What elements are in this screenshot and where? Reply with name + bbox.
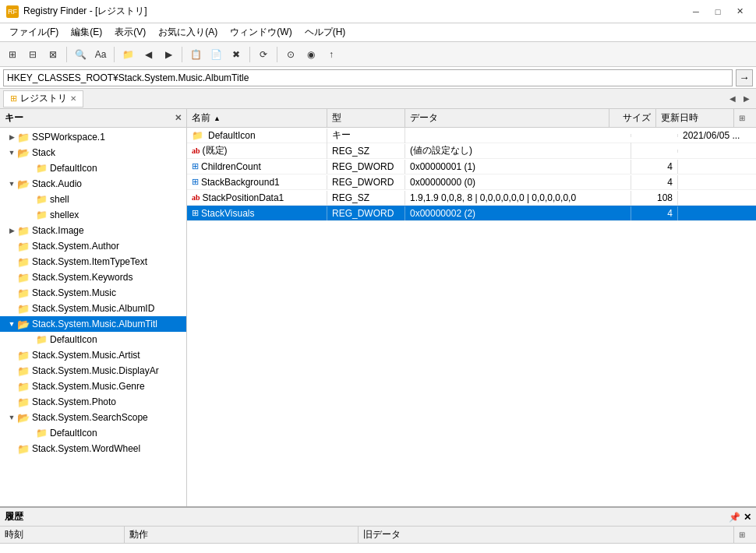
hist-col-action[interactable]: 動作	[125, 527, 359, 543]
tree-toggle-searchscope[interactable]: ▼	[6, 412, 17, 423]
menu-help[interactable]: ヘルプ(H)	[299, 24, 352, 41]
col-header-type[interactable]: 型	[327, 109, 405, 127]
tb-grid1-button[interactable]: ⊞	[3, 45, 22, 64]
col-header-name[interactable]: 名前 ▲	[187, 109, 327, 127]
tree-item-shell[interactable]: 📁 shell	[0, 192, 186, 207]
close-button[interactable]: ✕	[730, 5, 750, 19]
tree-item-label: Stack	[32, 147, 55, 158]
tb-refresh-button[interactable]: ⟳	[254, 45, 273, 64]
col-header-size[interactable]: サイズ	[609, 109, 656, 127]
tree-item-stack-itemtypetext[interactable]: 📁 Stack.System.ItemTypeText	[0, 254, 186, 269]
tab-nav-right[interactable]: ▶	[740, 93, 753, 105]
address-go-button[interactable]: →	[736, 69, 753, 86]
tree-item-stack-system-author[interactable]: 📁 Stack.System.Author	[0, 238, 186, 254]
tree-item-label: Stack.Audio	[32, 178, 82, 189]
maximize-button[interactable]: □	[708, 5, 728, 19]
value-row-stackbg1[interactable]: ⊞ StackBackground1 REG_DWORD 0x00000000 …	[187, 174, 756, 190]
cell-name-default: ab (既定)	[187, 143, 327, 159]
ab-icon-stackpos1: ab	[192, 193, 200, 202]
tree-item-stack-searchscope[interactable]: ▼ 📂 Stack.System.SearchScope	[0, 410, 186, 425]
minimize-button[interactable]: ─	[686, 5, 706, 19]
tree-item-searchscope-defaulticon[interactable]: 📁 DefaultIcon	[0, 425, 186, 441]
value-row-stackpos1[interactable]: ab StackPositionData1 REG_SZ 1.9,1.9 0,0…	[187, 190, 756, 206]
tree-item-stack-wordwheel[interactable]: 📁 Stack.System.WordWheel	[0, 441, 186, 456]
value-data-stackbg1: 0x00000000 (0)	[410, 177, 475, 188]
value-name-default: (既定)	[203, 144, 228, 157]
value-row-childrencount[interactable]: ⊞ ChildrenCount REG_DWORD 0x00000001 (1)…	[187, 159, 756, 174]
tree-toggle-stack-image[interactable]: ▶	[6, 225, 17, 236]
tree-toggle-empty	[25, 163, 36, 174]
tb-folder-button[interactable]: 📁	[118, 45, 137, 64]
history-pin-button[interactable]: 📌	[729, 512, 740, 523]
hist-col-extra[interactable]: ⊞	[734, 527, 756, 543]
tree-item-stack-music-albumid[interactable]: 📁 Stack.System.Music.AlbumID	[0, 301, 186, 316]
tree-item-stack-music-artist[interactable]: 📁 Stack.System.Music.Artist	[0, 347, 186, 363]
tree-item-stack-image[interactable]: ▶ 📁 Stack.Image	[0, 223, 186, 238]
tree-item-sspworkspace[interactable]: ▶ 📁 SSPWorkspace.1	[0, 129, 186, 145]
tree-item-label: Stack.System.Photo	[32, 396, 116, 407]
menu-favorites[interactable]: お気に入り(A)	[152, 24, 224, 41]
tab-nav-left[interactable]: ◀	[726, 93, 739, 105]
value-type-stackvisuals: REG_DWORD	[332, 208, 394, 219]
menu-window[interactable]: ウィンドウ(W)	[224, 24, 298, 41]
titlebar-controls[interactable]: ─ □ ✕	[686, 5, 750, 19]
tree-item-stack-music-albumtitle[interactable]: ▼ 📂 Stack.System.Music.AlbumTitl	[0, 316, 186, 332]
tree-item-stack-photo[interactable]: 📁 Stack.System.Photo	[0, 394, 186, 410]
menu-edit[interactable]: 編集(E)	[65, 24, 108, 41]
folder-icon: 📁	[17, 350, 30, 361]
tb-arrow-right-button[interactable]: ▶	[159, 45, 178, 64]
folder-icon: 📁	[36, 210, 48, 220]
tree-panel-close[interactable]: ✕	[175, 113, 182, 123]
cell-data-default: (値の設定なし)	[405, 143, 631, 159]
tb-arrow-left-button[interactable]: ◀	[139, 45, 157, 64]
address-input[interactable]	[3, 69, 733, 86]
tab-nav: ◀ ▶	[726, 93, 753, 105]
tab-close-button[interactable]: ✕	[70, 94, 76, 103]
hist-col-olddata[interactable]: 旧データ	[359, 527, 734, 543]
tree-toggle-sspworkspace[interactable]: ▶	[6, 132, 17, 143]
col-size-label: サイズ	[623, 111, 651, 125]
tree-item-stack-music-displayar[interactable]: 📁 Stack.System.Music.DisplayAr	[0, 363, 186, 379]
hist-action-label: 動作	[129, 528, 148, 541]
tree-content[interactable]: ▶ 📁 SSPWorkspace.1 ▼ 📂 Stack 📁 DefaultIc…	[0, 128, 186, 506]
tree-toggle-stack-audio[interactable]: ▼	[6, 178, 17, 189]
col-header-extra[interactable]: ⊞	[734, 109, 756, 127]
tb-search-button[interactable]: 🔍	[71, 45, 90, 64]
hist-grid-icon: ⊞	[739, 530, 745, 539]
history-close-button[interactable]: ✕	[744, 512, 751, 523]
tb-grid2-button[interactable]: ⊟	[23, 45, 42, 64]
tb-up-button[interactable]: ↑	[322, 45, 341, 64]
tree-item-stack-music[interactable]: 📁 Stack.System.Music	[0, 285, 186, 301]
tree-toggle-albumtitle[interactable]: ▼	[6, 319, 17, 329]
tree-item-label: Stack.System.Music.AlbumID	[32, 303, 154, 314]
tree-toggle-empty4	[6, 272, 17, 283]
values-content[interactable]: 📁 DefaultIcon キー 2021/06/05 ...	[187, 128, 756, 506]
tree-item-shellex[interactable]: 📁 shellex	[0, 207, 186, 223]
tb-grid3-button[interactable]: ⊠	[44, 45, 62, 64]
tree-item-stack[interactable]: ▼ 📂 Stack	[0, 145, 186, 160]
col-header-data[interactable]: データ	[405, 109, 609, 127]
tab-registry[interactable]: ⊞ レジストリ ✕	[3, 90, 83, 107]
tb-copy-button[interactable]: 📋	[186, 45, 205, 64]
value-row-defaulticon[interactable]: 📁 DefaultIcon キー 2021/06/05 ...	[187, 128, 756, 143]
tree-toggle-empty12	[25, 428, 36, 439]
tree-item-stack-defaulticon[interactable]: 📁 DefaultIcon	[0, 160, 186, 176]
menu-file[interactable]: ファイル(F)	[3, 24, 65, 41]
value-row-default[interactable]: ab (既定) REG_SZ (値の設定なし)	[187, 143, 756, 159]
tb-aa-button[interactable]: Aa	[91, 45, 110, 64]
tb-delete-button[interactable]: ✖	[227, 45, 246, 64]
menu-view[interactable]: 表示(V)	[108, 24, 152, 41]
tb-paste-button[interactable]: 📄	[207, 45, 225, 64]
tree-item-albumtitle-defaulticon[interactable]: 📁 DefaultIcon	[0, 332, 186, 347]
tree-toggle-stack[interactable]: ▼	[6, 147, 17, 158]
tb-circle-left-button[interactable]: ⊙	[281, 45, 300, 64]
tree-item-stack-music-genre[interactable]: 📁 Stack.System.Music.Genre	[0, 379, 186, 394]
ab-icon-default: ab	[192, 146, 200, 155]
col-header-date[interactable]: 更新日時	[656, 109, 734, 127]
titlebar-title: Registry Finder - [レジストリ]	[23, 5, 147, 18]
hist-col-time[interactable]: 時刻	[0, 527, 125, 543]
tree-item-stack-audio[interactable]: ▼ 📂 Stack.Audio	[0, 176, 186, 192]
tb-circle-right-button[interactable]: ◉	[302, 45, 320, 64]
value-row-stackvisuals[interactable]: ⊞ StackVisuals REG_DWORD 0x00000002 (2) …	[187, 206, 756, 221]
tree-item-stack-keywords[interactable]: 📁 Stack.System.Keywords	[0, 269, 186, 285]
